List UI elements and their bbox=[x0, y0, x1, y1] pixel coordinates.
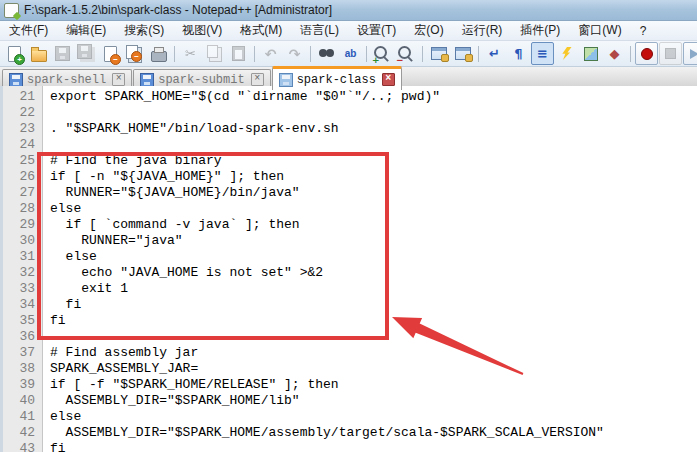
word-wrap-button[interactable]: ↵ bbox=[483, 42, 506, 65]
document-map-button[interactable] bbox=[579, 42, 602, 65]
undo-icon: ↶ bbox=[265, 46, 277, 62]
toolbar-separator bbox=[478, 46, 479, 62]
code-line: fi bbox=[50, 297, 697, 313]
show-indent-guide-button[interactable]: ≡ bbox=[531, 42, 554, 65]
tab-label: spark-class bbox=[297, 73, 376, 87]
line-number: 21 bbox=[3, 89, 42, 105]
toolbar-separator bbox=[254, 46, 255, 62]
code-line bbox=[50, 329, 697, 345]
line-number: 28 bbox=[3, 201, 42, 217]
undo-button: ↶ bbox=[259, 42, 282, 65]
menu-item-2[interactable]: 搜索(S) bbox=[115, 20, 173, 41]
minus-badge-icon: − bbox=[131, 51, 142, 62]
function-list-button[interactable]: ◆ bbox=[603, 42, 626, 65]
sync-horizontal-scroll-icon bbox=[455, 47, 471, 60]
tab-label: spark-shell bbox=[27, 73, 106, 87]
code-line: exit 1 bbox=[50, 281, 697, 297]
menu-item-10[interactable]: 窗口(W) bbox=[569, 20, 630, 41]
line-number-gutter: 2122232425262728293031323334353637383940… bbox=[3, 86, 43, 452]
show-indent-guide-icon: ≡ bbox=[537, 46, 548, 61]
record-macro-button[interactable] bbox=[635, 42, 658, 65]
tab-label: spark-submit bbox=[158, 73, 244, 87]
sync-vertical-scroll-icon bbox=[431, 47, 447, 60]
line-number: 26 bbox=[3, 169, 42, 185]
line-number: 40 bbox=[3, 393, 42, 409]
notepad-app-icon bbox=[4, 3, 19, 18]
plus-badge-icon: + bbox=[14, 54, 25, 65]
menu-item-6[interactable]: 设置(T) bbox=[348, 20, 405, 41]
line-number: 34 bbox=[3, 297, 42, 313]
toolbar-separator bbox=[310, 46, 311, 62]
code-area[interactable]: export SPARK_HOME="$(cd "`dirname "$0"`"… bbox=[43, 86, 697, 452]
menu-bar: 文件(F)编辑(E)搜索(S)视图(V)格式(M)语言(L)设置(T)宏(O)运… bbox=[0, 21, 697, 41]
find-icon bbox=[319, 49, 334, 58]
find-button[interactable] bbox=[315, 42, 338, 65]
line-number: 33 bbox=[3, 281, 42, 297]
print-icon bbox=[151, 51, 167, 62]
line-number: 41 bbox=[3, 409, 42, 425]
zoom-out-button[interactable] bbox=[395, 42, 418, 65]
document-map-icon bbox=[584, 47, 598, 61]
toolbar-separator bbox=[630, 46, 631, 62]
copy-button bbox=[203, 42, 226, 65]
line-number: 27 bbox=[3, 185, 42, 201]
file-saved-icon bbox=[9, 73, 23, 87]
sync-horizontal-scroll-button[interactable] bbox=[451, 42, 474, 65]
title-bar: F:\spark-1.5.2\bin\spark-class - Notepad… bbox=[0, 0, 697, 21]
code-line: if [ -n "${JAVA_HOME}" ]; then bbox=[50, 169, 697, 185]
code-line: echo "JAVA_HOME is not set" >&2 bbox=[50, 265, 697, 281]
editor: 2122232425262728293031323334353637383940… bbox=[0, 86, 697, 452]
save-all-button bbox=[75, 42, 98, 65]
replace-button[interactable]: ab bbox=[339, 42, 362, 65]
menu-item-9[interactable]: 插件(P) bbox=[511, 20, 569, 41]
menu-item-1[interactable]: 编辑(E) bbox=[57, 20, 115, 41]
menu-item-4[interactable]: 格式(M) bbox=[231, 20, 291, 41]
menu-item-7[interactable]: 宏(O) bbox=[405, 20, 452, 41]
user-defined-language-button[interactable] bbox=[555, 42, 578, 65]
menu-item-11[interactable]: ? bbox=[631, 22, 656, 40]
close-tab-icon[interactable]: × bbox=[382, 73, 395, 86]
show-all-characters-icon: ¶ bbox=[514, 46, 522, 61]
close-file-button[interactable]: − bbox=[99, 42, 122, 65]
zoom-in-icon bbox=[374, 46, 387, 59]
save-icon bbox=[55, 46, 70, 61]
menu-item-5[interactable]: 语言(L) bbox=[291, 20, 348, 41]
code-line: fi bbox=[50, 313, 697, 329]
replace-icon: ab bbox=[345, 48, 357, 59]
line-number: 37 bbox=[3, 345, 42, 361]
open-file-button[interactable] bbox=[27, 42, 50, 65]
toolbar-separator bbox=[366, 46, 367, 62]
menu-item-8[interactable]: 运行(R) bbox=[453, 20, 512, 41]
window-title: F:\spark-1.5.2\bin\spark-class - Notepad… bbox=[24, 3, 332, 17]
code-line: # Find the java binary bbox=[50, 153, 697, 169]
zoom-in-button[interactable] bbox=[371, 42, 394, 65]
menu-item-0[interactable]: 文件(F) bbox=[0, 20, 57, 41]
sync-vertical-scroll-button[interactable] bbox=[427, 42, 450, 65]
show-all-characters-button[interactable]: ¶ bbox=[507, 42, 530, 65]
code-line: SPARK_ASSEMBLY_JAR= bbox=[50, 361, 697, 377]
file-saved-icon bbox=[140, 73, 154, 87]
line-number: 35 bbox=[3, 313, 42, 329]
menu-item-3[interactable]: 视图(V) bbox=[173, 20, 231, 41]
stop-recording-icon bbox=[665, 48, 676, 59]
line-number: 31 bbox=[3, 249, 42, 265]
playback-macro-button[interactable] bbox=[683, 42, 697, 65]
notepad-window: F:\spark-1.5.2\bin\spark-class - Notepad… bbox=[0, 0, 697, 452]
close-all-files-button[interactable]: − bbox=[123, 42, 146, 65]
close-all-files-icon: − bbox=[126, 45, 138, 59]
line-number: 22 bbox=[3, 105, 42, 121]
close-tab-icon[interactable]: × bbox=[112, 73, 125, 86]
file-saved-icon bbox=[279, 73, 293, 87]
tab-spark-class[interactable]: spark-class× bbox=[272, 66, 402, 90]
code-line: fi bbox=[50, 441, 697, 452]
code-line: export SPARK_HOME="$(cd "`dirname "$0"`"… bbox=[50, 89, 697, 105]
copy-icon bbox=[207, 45, 218, 58]
line-number: 36 bbox=[3, 329, 42, 345]
close-tab-icon[interactable]: × bbox=[251, 73, 264, 86]
new-file-button[interactable]: + bbox=[3, 42, 26, 65]
function-list-icon: ◆ bbox=[610, 46, 620, 61]
line-number: 30 bbox=[3, 233, 42, 249]
print-button[interactable] bbox=[147, 42, 170, 65]
line-number: 23 bbox=[3, 121, 42, 137]
save-button bbox=[51, 42, 74, 65]
